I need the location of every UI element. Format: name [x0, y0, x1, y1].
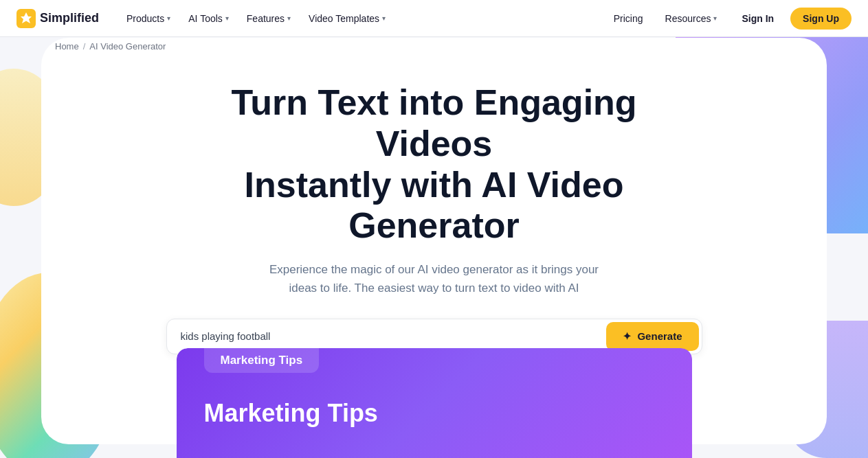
video-card-tab: Marketing Tips	[204, 348, 320, 373]
nav-features[interactable]: Features ▾	[238, 9, 299, 28]
video-templates-chevron-icon: ▾	[382, 14, 386, 22]
generate-icon: ✦	[623, 330, 632, 343]
nav-products[interactable]: Products ▾	[118, 9, 179, 28]
hero-section: Turn Text into Engaging Videos Instantly…	[0, 62, 868, 382]
ai-tools-chevron-icon: ▾	[225, 14, 229, 22]
video-preview-card: Marketing Tips Marketing Tips	[177, 348, 692, 458]
signup-button[interactable]: Sign Up	[790, 8, 852, 30]
breadcrumb-separator: /	[83, 41, 86, 51]
nav-pricing[interactable]: Pricing	[605, 9, 652, 28]
signin-button[interactable]: Sign In	[731, 8, 785, 29]
breadcrumb-current: AI Video Generator	[89, 41, 166, 51]
logo-icon	[16, 9, 36, 28]
logo-text: Simplified	[40, 11, 99, 25]
video-card-inner: Marketing Tips Marketing Tips	[177, 348, 692, 458]
generate-button[interactable]: ✦ Generate	[606, 322, 698, 351]
navbar: Simplified Products ▾ AI Tools ▾ Feature…	[0, 0, 868, 37]
hero-subtitle: Experience the magic of our AI video gen…	[256, 260, 613, 297]
video-card-title: Marketing Tips	[204, 399, 378, 428]
nav-links: Products ▾ AI Tools ▾ Features ▾ Video T…	[118, 9, 605, 28]
nav-resources[interactable]: Resources ▾	[657, 9, 726, 28]
products-chevron-icon: ▾	[167, 14, 170, 22]
breadcrumb: Home / AI Video Generator	[55, 41, 166, 51]
generate-label: Generate	[637, 330, 682, 342]
resources-chevron-icon: ▾	[713, 14, 717, 22]
features-chevron-icon: ▾	[287, 14, 291, 22]
nav-ai-tools[interactable]: AI Tools ▾	[180, 9, 237, 28]
nav-right: Pricing Resources ▾ Sign In Sign Up	[605, 8, 852, 30]
hero-title: Turn Text into Engaging Videos Instantly…	[173, 82, 695, 247]
breadcrumb-home[interactable]: Home	[55, 41, 79, 51]
nav-video-templates[interactable]: Video Templates ▾	[300, 9, 394, 28]
logo[interactable]: Simplified	[16, 9, 99, 28]
